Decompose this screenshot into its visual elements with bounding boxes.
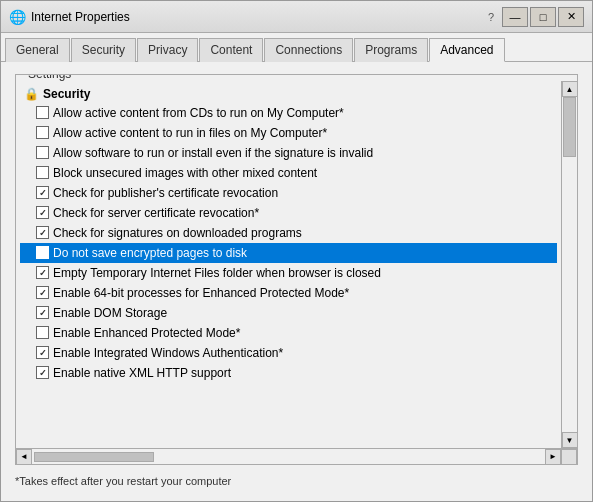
hscroll-thumb[interactable] xyxy=(34,452,154,462)
internet-properties-window: 🌐 Internet Properties ? — □ ✕ General Se… xyxy=(0,0,593,502)
item-text: Empty Temporary Internet Files folder wh… xyxy=(53,264,381,282)
list-item[interactable]: Check for publisher's certificate revoca… xyxy=(20,183,557,203)
checkbox-item14[interactable] xyxy=(36,366,49,379)
item-text: Allow active content from CDs to run on … xyxy=(53,104,344,122)
scroll-down-button[interactable]: ▼ xyxy=(562,432,578,448)
checkbox-item9[interactable] xyxy=(36,266,49,279)
checkbox-item3[interactable] xyxy=(36,146,49,159)
section-header: 🔒 Security xyxy=(20,85,557,103)
checkbox-item10[interactable] xyxy=(36,286,49,299)
item-text: Check for signatures on downloaded progr… xyxy=(53,224,302,242)
help-icon[interactable]: ? xyxy=(482,8,500,26)
settings-list-container: 🔒 Security Allow active content from CDs… xyxy=(16,81,577,448)
tab-security[interactable]: Security xyxy=(71,38,136,62)
list-item-selected[interactable]: Do not save encrypted pages to disk xyxy=(20,243,557,263)
settings-legend: Settings xyxy=(24,74,75,81)
vertical-scrollbar[interactable]: ▲ ▼ xyxy=(561,81,577,448)
list-item[interactable]: Check for signatures on downloaded progr… xyxy=(20,223,557,243)
tab-content[interactable]: Content xyxy=(199,38,263,62)
title-bar-left: 🌐 Internet Properties xyxy=(9,9,130,25)
list-item[interactable]: Enable Integrated Windows Authentication… xyxy=(20,343,557,363)
scroll-left-button[interactable]: ◄ xyxy=(16,449,32,465)
item-text: Enable Enhanced Protected Mode* xyxy=(53,324,240,342)
checkbox-item13[interactable] xyxy=(36,346,49,359)
window-title: Internet Properties xyxy=(31,10,130,24)
checkbox-item12[interactable] xyxy=(36,326,49,339)
settings-list[interactable]: 🔒 Security Allow active content from CDs… xyxy=(16,81,561,448)
checkbox-item5[interactable] xyxy=(36,186,49,199)
list-item[interactable]: Block unsecured images with other mixed … xyxy=(20,163,557,183)
close-button[interactable]: ✕ xyxy=(558,7,584,27)
item-text: Enable native XML HTTP support xyxy=(53,364,231,382)
item-text: Allow software to run or install even if… xyxy=(53,144,373,162)
settings-group: Settings 🔒 Security Allow active content… xyxy=(15,74,578,465)
list-item[interactable]: Check for server certificate revocation* xyxy=(20,203,557,223)
maximize-button[interactable]: □ xyxy=(530,7,556,27)
checkbox-item2[interactable] xyxy=(36,126,49,139)
item-text: Enable Integrated Windows Authentication… xyxy=(53,344,283,362)
scrollbar-corner xyxy=(561,449,577,465)
list-item[interactable]: Allow active content to run in files on … xyxy=(20,123,557,143)
lock-icon: 🔒 xyxy=(24,87,39,101)
item-text: Do not save encrypted pages to disk xyxy=(53,244,247,262)
scroll-right-button[interactable]: ► xyxy=(545,449,561,465)
checkbox-item6[interactable] xyxy=(36,206,49,219)
scroll-up-button[interactable]: ▲ xyxy=(562,81,578,97)
minimize-button[interactable]: — xyxy=(502,7,528,27)
list-item[interactable]: Enable DOM Storage xyxy=(20,303,557,323)
item-text: Check for server certificate revocation* xyxy=(53,204,259,222)
list-item[interactable]: Enable Enhanced Protected Mode* xyxy=(20,323,557,343)
checkbox-item7[interactable] xyxy=(36,226,49,239)
tab-bar: General Security Privacy Content Connect… xyxy=(1,33,592,62)
footer-text: *Takes effect after you restart your com… xyxy=(15,473,578,489)
checkbox-item11[interactable] xyxy=(36,306,49,319)
list-item[interactable]: Allow active content from CDs to run on … xyxy=(20,103,557,123)
list-item[interactable]: Enable native XML HTTP support xyxy=(20,363,557,383)
list-item[interactable]: Empty Temporary Internet Files folder wh… xyxy=(20,263,557,283)
hscroll-track[interactable] xyxy=(34,451,543,463)
title-bar: 🌐 Internet Properties ? — □ ✕ xyxy=(1,1,592,33)
list-item[interactable]: Enable 64-bit processes for Enhanced Pro… xyxy=(20,283,557,303)
title-controls: ? — □ ✕ xyxy=(482,7,584,27)
item-text: Allow active content to run in files on … xyxy=(53,124,327,142)
scroll-thumb[interactable] xyxy=(563,97,576,157)
checkbox-item8[interactable] xyxy=(36,246,49,259)
checkbox-item1[interactable] xyxy=(36,106,49,119)
item-text: Block unsecured images with other mixed … xyxy=(53,164,317,182)
item-text: Check for publisher's certificate revoca… xyxy=(53,184,278,202)
scroll-track[interactable] xyxy=(562,97,577,432)
tab-programs[interactable]: Programs xyxy=(354,38,428,62)
item-text: Enable DOM Storage xyxy=(53,304,167,322)
item-text: Enable 64-bit processes for Enhanced Pro… xyxy=(53,284,349,302)
section-label: Security xyxy=(43,87,90,101)
tab-content-area: Settings 🔒 Security Allow active content… xyxy=(1,62,592,501)
horizontal-scrollbar[interactable]: ◄ ► xyxy=(16,448,577,464)
tab-general[interactable]: General xyxy=(5,38,70,62)
tab-advanced[interactable]: Advanced xyxy=(429,38,504,62)
checkbox-item4[interactable] xyxy=(36,166,49,179)
window-icon: 🌐 xyxy=(9,9,25,25)
tab-connections[interactable]: Connections xyxy=(264,38,353,62)
list-item[interactable]: Allow software to run or install even if… xyxy=(20,143,557,163)
tab-privacy[interactable]: Privacy xyxy=(137,38,198,62)
